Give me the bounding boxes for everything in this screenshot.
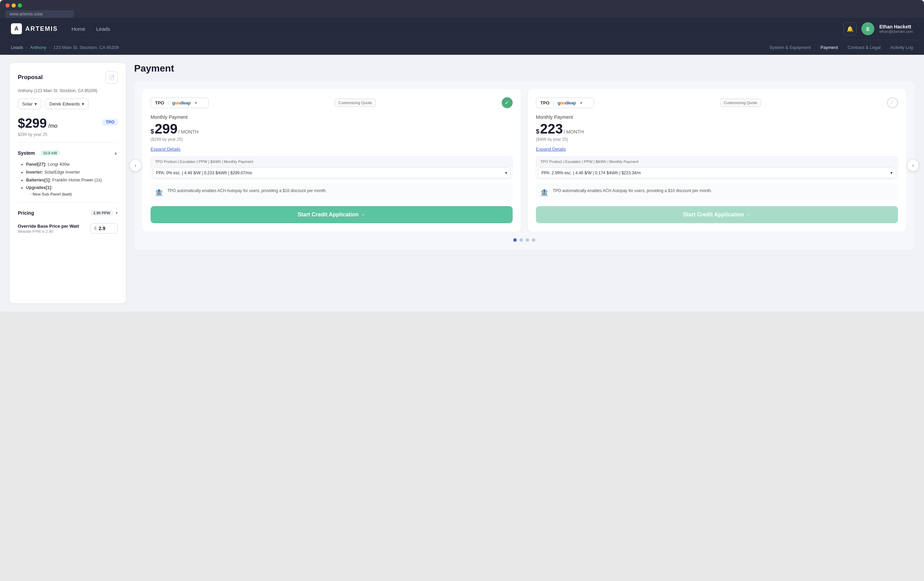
card2-ach-text: TPO automatically enables ACH Autopay fo…	[553, 188, 712, 194]
card1-expand[interactable]: Expand Details	[150, 147, 513, 152]
bank-icon: 🏦	[155, 188, 163, 197]
rep-select[interactable]: Derek Edwards ▾	[45, 99, 89, 109]
subnav-payment[interactable]: Payment	[820, 45, 838, 50]
override-label: Override Base Price per Watt	[18, 223, 79, 229]
card2-price: $ 223 / MONTH	[536, 122, 898, 136]
card2-cta-button[interactable]: Start Credit Application →	[536, 206, 898, 223]
system-list: Panel[27]: Longi 400w Inverter: SolarEdg…	[22, 161, 118, 197]
breadcrumb-sep1: ›	[26, 45, 27, 50]
override-value: 2.9	[99, 226, 105, 231]
section-title-row: System 10.8 kW	[18, 150, 60, 156]
card2-dollar: $	[536, 128, 540, 135]
pricing-chevron: ▾	[116, 210, 118, 215]
card1-product-select[interactable]: PPA: 0% esc. | 4.46 $/W | 0.233 $/kWh | …	[152, 167, 511, 179]
cards-row: TPO | goodleap ▾ Customizing Quote ✓ Mon…	[142, 89, 906, 232]
logo-text: ARTEMIS	[25, 25, 58, 33]
card1-tpo: TPO	[155, 100, 164, 106]
card1-subnote: ($299 by year 25)	[150, 137, 513, 142]
user-email: ethan@domain.com	[879, 30, 913, 33]
main-content: Payment ‹ TPO | goodleap ▾ Cus	[134, 63, 914, 303]
card2-unselected-check[interactable]: ✓	[887, 97, 898, 108]
logo-area: A ARTEMIS	[11, 23, 58, 34]
notification-button[interactable]: 🔔	[843, 22, 856, 35]
card1-cta-button[interactable]: Start Credit Application →	[150, 206, 513, 223]
card2-subnote: ($466 by year 25)	[536, 137, 898, 142]
override-info: Override Base Price per Watt Website PPW…	[18, 223, 79, 233]
nav-leads[interactable]: Leads	[96, 23, 110, 35]
cards-container: ‹ TPO | goodleap ▾ Customizing Quote	[134, 81, 914, 250]
card1-table-header: TPO Product | Escalator | PPW | $/kWh | …	[150, 156, 513, 167]
breadcrumb: Leads › Anthony › 123 Main St. Stockton,…	[11, 45, 119, 50]
system-chevron: ▲	[114, 151, 118, 156]
nav-links: Home Leads	[71, 23, 110, 35]
expand-dot	[18, 3, 22, 8]
address-bar[interactable]: www.artemis.solar	[5, 10, 74, 18]
logo-box: A	[11, 23, 22, 34]
card1-product-chevron: ▾	[505, 170, 507, 175]
ppw-badge: 2.90 PPW	[90, 210, 113, 216]
nav-right: 🔔 E Ethan Hackett ethan@domain.com	[843, 22, 913, 35]
price-row: $299 /mo TPO	[18, 116, 118, 131]
dot-4[interactable]	[532, 238, 535, 242]
card1-selected-check[interactable]: ✓	[502, 97, 513, 108]
card1-amount: 299	[155, 122, 178, 136]
card2-goodleap: goodleap	[558, 100, 576, 106]
card2-product-select[interactable]: PPA: 2.99% esc. | 4.46 $/W | 0.174 $/kWh…	[538, 167, 896, 179]
nav-home[interactable]: Home	[71, 23, 85, 35]
override-input-wrap[interactable]: $ 2.9	[90, 223, 118, 233]
tpo-badge: TPO	[102, 119, 118, 126]
dollar-sign: $	[94, 226, 97, 231]
dot-1[interactable]	[513, 238, 517, 242]
card2-customizing: Customizing Quote	[720, 99, 761, 107]
minimize-dot	[12, 3, 16, 8]
card2-tpo: TPO	[540, 100, 549, 106]
price-note: $299 by year 25	[18, 132, 118, 137]
sidebar-title: Proposal	[18, 74, 43, 81]
filter-row: Solar ▾ Derek Edwards ▾	[18, 99, 118, 109]
pricing-header[interactable]: Pricing 2.90 PPW ▾	[18, 207, 118, 219]
card1-price: $ 299 / MONTH	[150, 122, 513, 136]
main-layout: Proposal 📄 Anthony (123 Main St. Stockto…	[0, 55, 924, 311]
card2-expand[interactable]: Expand Details	[536, 147, 898, 152]
card2-monthly-label: Monthly Payment	[536, 114, 898, 120]
breadcrumb-current[interactable]: Anthony	[30, 45, 46, 50]
card1-dollar: $	[150, 128, 154, 135]
price-unit: /mo	[48, 123, 58, 129]
breadcrumb-leads[interactable]: Leads	[11, 45, 23, 50]
card2-product-row: PPA: 2.99% esc. | 4.46 $/W | 0.174 $/kWh…	[536, 167, 898, 179]
card2-amount: 223	[540, 122, 563, 136]
card1-lender-select[interactable]: TPO | goodleap ▾	[150, 98, 209, 108]
card2-lender-chevron: ▾	[580, 100, 582, 106]
carousel-arrow-left[interactable]: ‹	[129, 159, 142, 172]
top-nav: A ARTEMIS Home Leads 🔔 E Ethan Hackett e…	[0, 18, 924, 40]
dot-2[interactable]	[520, 238, 523, 242]
override-note: Website PPW is 2.90	[18, 229, 79, 233]
subnav-activity[interactable]: Activity Log	[891, 45, 913, 50]
system-title: System	[18, 150, 35, 156]
divider1	[18, 142, 118, 143]
list-item: Inverter: SolarEdge Inverter	[26, 169, 118, 175]
pdf-button[interactable]: 📄	[106, 71, 118, 84]
category-label: Solar	[22, 101, 33, 106]
price-amount: $299	[18, 116, 47, 131]
card2-top: TPO | goodleap ▾ Customizing Quote ✓	[536, 97, 898, 108]
card2-lender-select[interactable]: TPO | goodleap ▾	[536, 98, 594, 108]
card1-per: / MONTH	[178, 129, 198, 134]
rep-label: Derek Edwards	[49, 101, 80, 106]
user-name: Ethan Hackett	[879, 24, 913, 30]
card1-product-row: PPA: 0% esc. | 4.46 $/W | 0.233 $/kWh | …	[150, 167, 513, 179]
subnav-contract[interactable]: Contract & Legal	[848, 45, 881, 50]
system-section-header[interactable]: System 10.8 kW ▲	[18, 147, 118, 159]
card2-product-chevron: ▾	[891, 170, 893, 175]
subnav-system[interactable]: System & Equipment	[769, 45, 811, 50]
payment-card-2: TPO | goodleap ▾ Customizing Quote ✓ Mon…	[528, 89, 906, 232]
customer-info: Anthony (123 Main St. Stockton, CA 95209…	[18, 88, 118, 93]
pricing-title: Pricing	[18, 210, 34, 216]
kw-badge: 10.8 kW	[40, 150, 60, 156]
dot-3[interactable]	[526, 238, 529, 242]
card1-customizing: Customizing Quote	[335, 99, 376, 107]
category-select[interactable]: Solar ▾	[18, 99, 41, 109]
subnav: Leads › Anthony › 123 Main St. Stockton,…	[0, 40, 924, 55]
carousel-arrow-right[interactable]: ›	[907, 159, 919, 172]
override-row: Override Base Price per Watt Website PPW…	[18, 223, 118, 233]
